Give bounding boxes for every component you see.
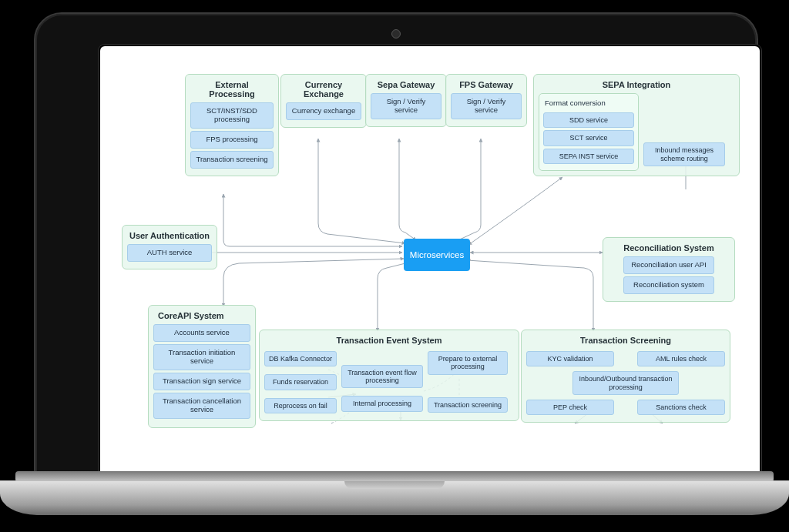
svc-aml: AML rules check [637,351,725,366]
svc-event-flow: Transaction event flow processing [341,365,423,389]
svc-sepa-inst: SEPA INST service [543,149,634,164]
group-external-processing: External Processing SCT/INST/SDD process… [185,74,279,176]
svc-db-kafka: DB Kafka Connector [264,351,337,366]
svc-recon-system: Reconciliation system [623,276,714,294]
svc-sanctions: Sanctions check [637,400,725,415]
svc-txn-initiation: Transaction initiation service [153,344,250,370]
group-transaction-event-system: Transaction Event System DB Kafka Connec… [259,330,519,421]
group-title: Currency Exchange [287,80,360,99]
svc-reprocess-on-fail: Reprocess on fail [264,398,337,413]
svc-transaction-screening: Transaction screening [190,151,274,169]
group-sepa-gateway: Sepa Gateway Sign / Verify service [365,74,447,127]
laptop-bezel: Microservices External Processing SCT/IN… [34,12,758,483]
group-sepa-integration: SEPA Integration Format conversion SDD s… [533,74,740,176]
svc-txn-sign: Transaction sign service [153,373,250,390]
svc-auth: AUTH service [127,244,212,262]
group-title: User Authentication [129,231,210,240]
group-transaction-screening: Transaction Screening KYC validation AML… [521,330,730,423]
group-title: Transaction Screening [528,336,724,345]
svc-sct: SCT service [543,130,634,146]
svc-sdd: SDD service [543,112,634,128]
svc-internal-processing: Internal processing [341,396,423,411]
svc-sct-inst-sdd: SCT/INST/SDD processing [190,102,274,129]
group-fps-gateway: FPS Gateway Sign / Verify service [445,74,527,127]
laptop-base [0,480,789,515]
svc-recon-api: Reconciliation user API [623,256,714,274]
svc-txn-cancel: Transaction cancellation service [153,393,250,419]
microservices-hub: Microservices [404,239,470,271]
svc-prepare-external: Prepare to external processing [428,351,508,375]
stage: Microservices External Processing SCT/IN… [0,0,789,532]
group-title: External Processing [192,80,272,99]
svc-io-processing: Inbound/Outbound transaction processing [572,371,679,395]
group-coreapi: CoreAPI System Accounts service Transact… [148,305,256,428]
svc-currency-exchange: Currency exchange [286,102,361,120]
group-title: SEPA Integration [540,80,733,89]
svc-funds-reservation: Funds reservation [264,374,337,390]
svc-inbound-routing: Inbound messages scheme routing [643,142,725,166]
group-currency-exchange: Currency Exchange Currency exchange [280,74,367,128]
svc-sign-verify: Sign / Verify service [451,93,522,119]
group-title: CoreAPI System [155,311,249,320]
laptop-screen: Microservices External Processing SCT/IN… [100,46,760,477]
camera-icon [391,29,401,38]
group-title: Reconciliation System [609,243,728,253]
group-reconciliation: Reconciliation System Reconciliation use… [603,237,735,302]
group-user-auth: User Authentication AUTH service [122,225,217,269]
svc-pep: PEP check [526,400,614,415]
svc-accounts: Accounts service [153,324,250,342]
group-title: FPS Gateway [452,80,520,89]
group-title: Sepa Gateway [372,80,440,89]
group-title: Transaction Event System [266,336,512,345]
format-conversion-label: Format conversion [543,97,634,110]
format-conversion-subgroup: Format conversion SDD service SCT servic… [539,93,639,171]
svc-kyc: KYC validation [526,351,614,366]
svc-sign-verify: Sign / Verify service [371,93,442,119]
svc-transaction-screening: Transaction screening [428,397,508,413]
svc-fps-processing: FPS processing [190,131,274,149]
microservices-label: Microservices [410,250,464,259]
